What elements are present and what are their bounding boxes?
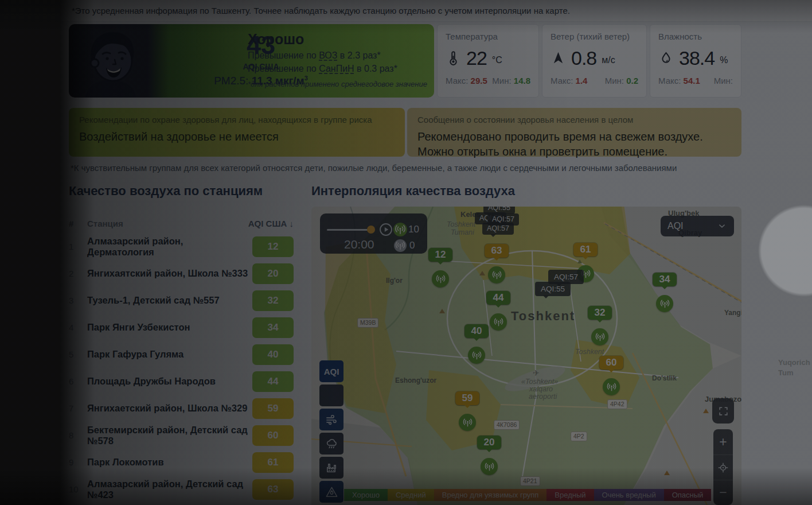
background-place-label: Tum	[778, 368, 793, 377]
legend-item: Хорошо	[344, 489, 388, 501]
chevron-down-icon	[717, 221, 727, 231]
station-marker[interactable]: 44	[486, 291, 510, 331]
station-row[interactable]: 1Алмазарский район, Дерматология12	[69, 233, 294, 260]
map-place-label: Yangibo	[724, 309, 741, 317]
weather-card-label: Температура	[446, 32, 530, 41]
locate-button[interactable]	[713, 454, 733, 480]
background-place-label: Yuqorich	[778, 358, 810, 367]
station-row[interactable]: 9Парк Локомотив61	[69, 449, 294, 476]
map-place-label: Toshkent	[447, 220, 475, 228]
weather-min: Мин:	[714, 76, 733, 86]
station-rank: 7	[69, 403, 87, 413]
station-row[interactable]: 3Тузель-1, Детский сад №55732	[69, 287, 294, 314]
fullscreen-button[interactable]	[712, 398, 734, 424]
station-aqi-badge: 40	[252, 344, 294, 365]
aqi-tooltip: AQI:57	[482, 223, 514, 235]
layer-button-wind[interactable]	[319, 409, 343, 430]
station-rank: 5	[69, 349, 87, 359]
station-marker[interactable]: 63	[485, 244, 509, 283]
weather-max: Макс: 29.5	[446, 76, 487, 86]
marker-aqi-value: 44	[486, 291, 510, 305]
layer-button-emissions[interactable]	[319, 457, 343, 479]
station-marker[interactable]: 40	[464, 324, 489, 364]
layer-button-precipitation[interactable]	[319, 433, 343, 454]
layer-dropdown[interactable]: AQI	[661, 216, 734, 236]
station-aqi-badge: 61	[252, 452, 294, 473]
map-place-label: Toshkent	[511, 309, 575, 324]
antenna-icon	[591, 328, 608, 345]
station-marker[interactable]: 20	[477, 436, 501, 475]
station-row[interactable]: 10Алмазарский район, Детский сад №42363	[69, 476, 294, 503]
map-zoom-controls: + −	[713, 429, 733, 505]
weather-value: 0.8	[571, 47, 596, 69]
station-name: Янгихаятский район, Школа №333	[87, 268, 252, 279]
station-name: Парк Гафура Гуляма	[87, 349, 252, 360]
station-row[interactable]: 6Площадь Дружбы Народов44	[69, 368, 294, 395]
aqi-summary-card: 43 AQI США PM2.5: 11.3 мкг/м3 Хорошо Пре…	[69, 24, 434, 98]
droplet-icon	[658, 50, 674, 66]
play-button[interactable]	[378, 222, 393, 237]
station-row[interactable]: 5Парк Гафура Гуляма40	[69, 341, 294, 368]
weather-value: 22	[466, 47, 487, 69]
zoom-in-button[interactable]: +	[713, 429, 733, 454]
station-marker[interactable]: 12	[428, 248, 452, 288]
inactive-stations-icon	[394, 239, 407, 252]
station-row[interactable]: 7Янгихаетский район, Школа №32959	[69, 395, 294, 422]
who-exceedance: Превышение по ВОЗ в 2.3 раз*	[248, 50, 428, 61]
map-place-label: Tumani	[451, 228, 474, 236]
station-marker[interactable]: 59	[455, 391, 479, 431]
map-place-label: «Toshkent»	[521, 378, 558, 386]
risk-recommendation-text: Воздействий на здоровье не имеется	[79, 129, 395, 144]
station-name: Площадь Дружбы Народов	[87, 376, 252, 387]
air-quality-dashboard: *Это усредненная информация по Ташкенту.…	[0, 0, 812, 505]
inactive-stations-count: 0	[409, 240, 415, 251]
marker-aqi-value: 20	[477, 436, 501, 449]
weather-card-humidity: Влажность38.4%Макс: 54.1Мин:	[650, 24, 741, 98]
antenna-icon	[468, 347, 485, 364]
layer-button-temperature[interactable]	[319, 384, 343, 406]
column-aqi-sort[interactable]: AQI США ↓	[248, 219, 294, 228]
general-message-label: Сообщения о состоянии здоровья населения…	[417, 115, 731, 125]
antenna-icon	[432, 270, 449, 288]
sensitive-groups-note: *К чувствительным группам для всех катег…	[71, 163, 677, 173]
aqi-legend: ХорошоСреднийВредно для уязвимых группВр…	[344, 489, 711, 501]
marker-aqi-value: 60	[599, 356, 623, 370]
station-rank: 1	[69, 242, 87, 251]
road-label: M39B	[357, 318, 378, 328]
layer-dropdown-value: AQI	[667, 221, 684, 231]
stations-title: Качество воздуха по станциям	[69, 184, 263, 199]
station-name: Тузель-1, Детский сад №557	[87, 295, 252, 306]
station-marker[interactable]: 60	[599, 356, 623, 395]
station-row[interactable]: 8Бектемирский район, Детский сад №57860	[69, 422, 294, 449]
thermometer-icon	[446, 50, 461, 66]
station-row[interactable]: 2Янгихаятский район, Школа №33320	[69, 260, 294, 287]
map-place-label: Toshkent	[575, 348, 604, 356]
marker-aqi-value: 59	[455, 391, 479, 405]
station-aqi-badge: 59	[252, 398, 294, 419]
map-place-label: Ilg'or	[386, 277, 403, 285]
road-label: 4Р42	[607, 399, 627, 409]
zoom-out-button[interactable]: −	[713, 480, 733, 505]
airplane-icon: ✈	[533, 368, 540, 378]
risk-recommendation-label: Рекомендации по охране здоровья для лиц,…	[79, 115, 395, 125]
station-marker[interactable]: 34	[653, 273, 677, 312]
time-slider-thumb[interactable]	[367, 226, 375, 234]
layer-button-aqi[interactable]: AQI	[319, 360, 343, 382]
marker-aqi-value: 34	[653, 273, 677, 286]
station-rank: 2	[69, 269, 87, 278]
station-aqi-badge: 20	[252, 263, 294, 284]
station-marker[interactable]: 32	[588, 306, 612, 345]
station-rank: 4	[69, 323, 87, 332]
interpolation-map[interactable]: 10 20:00 0 AQI KelesToshkentTumaniIlg'or…	[311, 207, 741, 505]
antenna-icon	[490, 313, 507, 331]
station-name: Алмазарский район, Дерматология	[87, 236, 252, 258]
weather-value: 38.4	[679, 47, 715, 69]
legend-item: Вредный	[546, 489, 594, 501]
time-slider-track[interactable]	[327, 229, 370, 231]
layer-button-fire-risk[interactable]	[319, 481, 343, 503]
marker-aqi-value: 40	[464, 324, 489, 338]
station-rank: 9	[69, 457, 87, 467]
sort-descending-icon: ↓	[290, 219, 294, 228]
station-row[interactable]: 4Парк Янги Узбекистон34	[69, 314, 294, 341]
station-aqi-badge: 63	[252, 479, 294, 500]
